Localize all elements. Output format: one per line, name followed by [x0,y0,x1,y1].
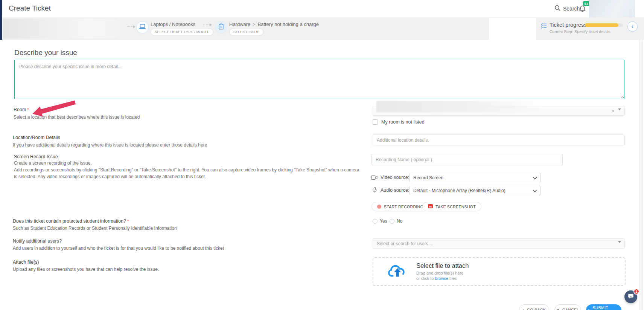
notification-badge: 51 [583,1,589,6]
cancel-label: CANCEL [562,308,579,310]
audio-source-label: Audio source: [381,188,409,193]
step-issue[interactable] [215,21,227,34]
dropzone-line2-suffix: files [448,276,457,281]
chevron-down-icon [533,189,537,192]
file-dropzone[interactable]: Select file to attach Drag and drop file… [373,257,626,286]
dropzone-line2-prefix: or click to [416,276,435,281]
room-value-redacted [376,101,544,112]
create-ticket-page: Create Ticket Search 51 Laptops / Notebo… [0,0,644,310]
progress-panel-redacted [489,18,536,40]
top-header: Create Ticket Search 51 [0,0,644,17]
notify-users-description: Add users in addition to yourself and wh… [13,246,224,251]
issue-name: Battery not holding a charge [257,21,319,27]
start-recording-label: START RECORDING [384,205,423,209]
notifications-button[interactable] [579,5,586,14]
no-label: No [397,218,402,224]
current-step-label: Current Step: [550,29,573,34]
scrollbar[interactable] [639,40,643,310]
search-label: Search [563,6,580,12]
go-back-button[interactable]: ‹ GO BACK [519,304,549,310]
cancel-button[interactable]: ✕ CANCEL [554,304,581,310]
protected-no-radio[interactable]: No [390,218,402,224]
current-step-value: Specify ticket details [574,29,610,34]
breadcrumb-separator: > [253,22,255,27]
user-area-redacted[interactable] [589,0,635,17]
location-details-input[interactable] [373,134,625,145]
video-source-value: Record Screen [413,175,443,180]
step-type-model-title[interactable]: Laptops / Notebooks [151,21,195,27]
step-issue-title[interactable]: Hardware>Battery not holding a charge [229,21,319,27]
search-icon [554,5,561,12]
chevron-left-icon: ‹ [522,307,524,310]
dropzone-text: Select file to attach Drag and drop file… [416,262,469,281]
checkbox-unchecked[interactable] [373,119,378,125]
collapse-progress-button[interactable]: ‹ [627,21,638,32]
room-label: Room* [14,107,29,112]
yes-label: Yes [380,218,387,224]
search-button[interactable]: Search [554,5,580,12]
clipboard-icon [218,23,224,31]
step-type-model[interactable] [136,21,149,34]
checklist-icon [540,23,547,30]
dropzone-line2: or click to browse files [416,276,469,281]
screen-record-label: Screen Record Issue [14,154,58,159]
room-not-listed-label: My room is not listed [381,119,425,125]
record-dot-icon [377,205,381,209]
chat-smile-icon [627,293,634,301]
chevron-down-icon[interactable] [618,243,621,250]
screen-record-description-2: Add recordings or screenshots by clickin… [14,167,363,180]
current-step-text: Current Step:Specify ticket details [550,29,611,34]
protected-info-label-text: Does this ticket contain protected stude… [13,218,126,224]
chevron-down-icon[interactable] [618,110,621,117]
issue-description-textarea[interactable] [14,60,624,99]
take-screenshot-label: TAKE SCREENSHOT [435,205,476,209]
protected-yes-radio[interactable]: Yes [373,218,387,224]
chevron-down-icon [533,177,537,180]
screenshot-image-icon [428,204,433,209]
take-screenshot-button[interactable]: TAKE SCREENSHOT [422,202,481,211]
microphone-icon [372,187,377,194]
video-source-select[interactable]: Record Screen [409,173,541,182]
required-asterisk: * [27,107,29,112]
location-details-description: If you have additional details regarding… [13,142,207,148]
attach-files-label: Attach file(s) [13,260,39,265]
chat-unread-badge: 1 [633,289,639,295]
step-connector-arrow [127,25,135,28]
room-not-listed-checkbox-row[interactable]: My room is not listed [373,119,425,125]
step-issue-pill[interactable]: SELECT ISSUE [229,29,263,35]
annotation-arrow [31,99,77,118]
users-select-placeholder: Select or search for users ... [373,241,433,246]
start-recording-button[interactable]: START RECORDING [371,202,429,211]
submit-ticket-button[interactable]: ✓ SUBMIT TICKET [586,304,621,310]
check-icon: ✓ [586,308,590,310]
ticket-progress-title: Ticket progress [550,22,587,28]
video-camera-icon [371,175,378,182]
location-details-label: Location/Room Details [13,135,60,140]
radio-unselected[interactable] [373,219,378,224]
notify-users-label: Notify additional users? [13,238,62,244]
issue-category: Hardware [229,21,250,27]
clear-icon[interactable]: × [612,108,615,113]
page-title: Create Ticket [9,4,51,12]
section-heading: Describe your issue [14,49,77,57]
ticket-progress-bar [585,23,623,27]
required-asterisk: * [127,219,129,223]
close-icon: ✕ [556,308,560,310]
wizard-step-redacted [3,19,135,38]
nav-accent-strip [0,0,2,40]
browse-link[interactable]: browse [435,276,448,281]
ticket-progress-fill [585,23,618,27]
attach-files-description: Upload any files or screenshots you have… [13,267,159,272]
video-source-label: Video source: [381,175,409,180]
audio-source-select[interactable]: Default - Microphone Array (Realtek(R) A… [409,186,541,195]
step-type-model-pill[interactable]: SELECT TICKET TYPE / MODEL [151,29,213,35]
protected-info-label: Does this ticket contain protected stude… [13,218,129,224]
audio-source-value: Default - Microphone Array (Realtek(R) A… [413,188,505,193]
ticket-wizard-band [0,17,644,40]
notify-users-select[interactable]: Select or search for users ... [373,238,625,249]
step-connector-arrow [203,23,212,26]
radio-unselected[interactable] [390,219,394,224]
cloud-upload-icon [388,263,407,280]
recording-name-input[interactable] [371,154,563,165]
dropzone-line1: Drag and drop file(s) here [416,270,469,276]
